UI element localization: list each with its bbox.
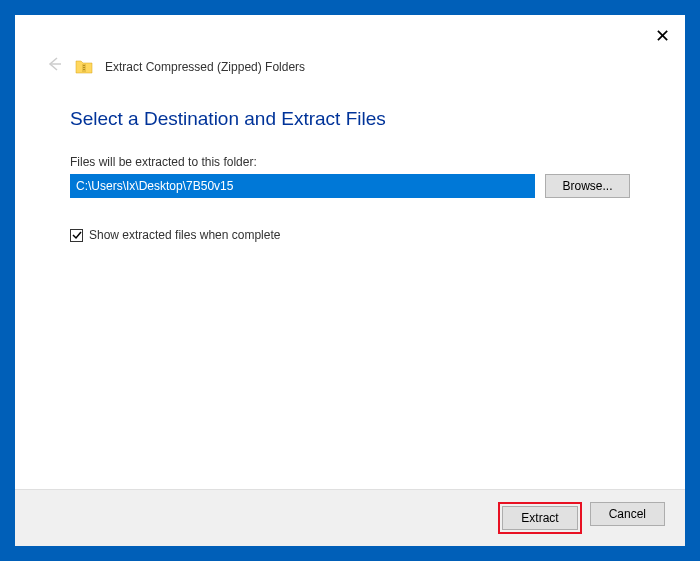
dialog-content: Select a Destination and Extract Files F…: [15, 88, 685, 489]
path-label: Files will be extracted to this folder:: [70, 155, 630, 169]
browse-button[interactable]: Browse...: [545, 174, 630, 198]
checkbox-label: Show extracted files when complete: [89, 228, 280, 242]
dialog-footer: Extract Cancel: [15, 489, 685, 546]
svg-rect-3: [83, 67, 85, 68]
extract-button[interactable]: Extract: [502, 506, 577, 530]
zip-folder-icon: [75, 58, 93, 76]
back-arrow-icon: [45, 55, 63, 78]
checkbox-row: Show extracted files when complete: [70, 228, 630, 242]
svg-rect-4: [83, 69, 85, 70]
cancel-button[interactable]: Cancel: [590, 502, 665, 526]
dialog-header: Extract Compressed (Zipped) Folders: [15, 15, 685, 88]
svg-rect-2: [83, 65, 85, 66]
path-row: Browse...: [70, 174, 630, 198]
destination-path-input[interactable]: [70, 174, 535, 198]
extract-button-highlight: Extract: [498, 502, 581, 534]
show-files-checkbox[interactable]: [70, 229, 83, 242]
main-heading: Select a Destination and Extract Files: [70, 108, 630, 130]
close-icon[interactable]: ✕: [655, 25, 670, 47]
extract-dialog: ✕ Extract Compressed (Zipped) Folders Se…: [15, 15, 685, 546]
window-title: Extract Compressed (Zipped) Folders: [105, 60, 305, 74]
